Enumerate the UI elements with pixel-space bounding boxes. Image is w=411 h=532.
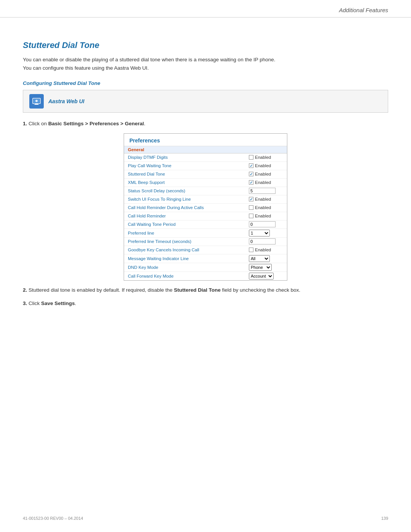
pref-label-goodbye-key: Goodbye Key Cancels Incoming Call: [128, 248, 249, 252]
pref-label-hold-reminder: Call Hold Reminder: [128, 214, 249, 218]
pref-row-display-dtmf: Display DTMF Digits Enabled: [124, 153, 287, 162]
step-3-after: .: [75, 300, 76, 306]
svg-rect-1: [35, 104, 38, 104]
step-3: 3. Click Save Settings.: [23, 299, 388, 308]
pref-label-cf-key-mode: Call Forward Key Mode: [128, 274, 249, 278]
footer-right: 139: [381, 516, 388, 521]
pref-text-goodbye-key: Enabled: [255, 248, 271, 252]
step-1: 1. Click on Basic Settings > Preferences…: [23, 120, 388, 128]
intro-paragraph: You can enable or disable the playing of…: [23, 56, 388, 72]
step-2: 2. Stuttered dial tone is enabled by def…: [23, 286, 388, 294]
pref-text-stuttered-dial-tone: Enabled: [255, 172, 271, 176]
pref-select-cf-key-mode[interactable]: Account: [249, 273, 274, 280]
pref-value-goodbye-key: Enabled: [249, 248, 283, 252]
pref-label-mwi-line: Message Waiting Indicator Line: [128, 256, 249, 261]
step-3-bold: Save Settings: [41, 300, 75, 306]
pref-value-call-waiting-period: [249, 221, 283, 227]
pref-row-stuttered-dial-tone: Stuttered Dial Tone Enabled: [124, 170, 287, 179]
aastra-banner-label: Aastra Web UI: [48, 98, 84, 104]
pref-input-call-waiting-period[interactable]: [249, 221, 276, 227]
pref-value-hold-reminder: Enabled: [249, 214, 283, 218]
pref-label-xml-beep: XML Beep Support: [128, 180, 249, 185]
pref-row-preferred-line: Preferred line 1: [124, 229, 287, 238]
aastra-web-ui-banner: Aastra Web UI: [23, 90, 388, 113]
footer-left: 41-001523-00 REV00 – 04.2014: [23, 516, 83, 521]
step-2-after: field by unchecking the check box.: [221, 287, 300, 293]
footer: 41-001523-00 REV00 – 04.2014 139: [23, 516, 388, 521]
pref-row-hold-reminder: Call Hold Reminder Enabled: [124, 212, 287, 220]
pref-select-dnd-key-mode[interactable]: Phone: [249, 264, 272, 271]
pref-label-preferred-timeout: Preferred line Timeout (seconds): [128, 239, 249, 244]
step-1-num: 1.: [23, 121, 27, 126]
pref-row-hold-reminder-active: Call Hold Reminder During Active Calls E…: [124, 204, 287, 212]
preferences-title: Preferences: [124, 134, 287, 146]
pref-value-call-waiting-tone: Enabled: [249, 163, 283, 168]
pref-select-mwi-line[interactable]: All: [249, 255, 270, 262]
step-1-bold: Basic Settings > Preferences > General: [48, 121, 144, 126]
pref-row-dnd-key-mode: DND Key Mode Phone: [124, 263, 287, 272]
section-heading: Configuring Stuttered Dial Tone: [23, 80, 388, 86]
pref-row-mwi-line: Message Waiting Indicator Line All: [124, 254, 287, 263]
pref-value-status-scroll: [249, 188, 283, 194]
pref-label-call-waiting-period: Call Waiting Tone Period: [128, 222, 249, 227]
pref-row-xml-beep: XML Beep Support Enabled: [124, 179, 287, 187]
pref-value-preferred-timeout: [249, 238, 283, 244]
header-title: Additional Features: [339, 7, 388, 13]
pref-row-goodbye-key: Goodbye Key Cancels Incoming Call Enable…: [124, 246, 287, 254]
pref-row-cf-key-mode: Call Forward Key Mode Account: [124, 272, 287, 280]
preferences-section-header: General: [124, 146, 287, 153]
pref-label-preferred-line: Preferred line: [128, 231, 249, 235]
pref-label-stuttered-dial-tone: Stuttered Dial Tone: [128, 172, 249, 176]
step-1-after: .: [144, 121, 145, 126]
step-1-text: Click on: [29, 121, 48, 126]
pref-row-status-scroll: Status Scroll Delay (seconds): [124, 187, 287, 195]
pref-label-status-scroll: Status Scroll Delay (seconds): [128, 189, 249, 193]
pref-value-xml-beep: Enabled: [249, 180, 283, 185]
pref-value-cf-key-mode: Account: [249, 273, 283, 280]
pref-value-mwi-line: All: [249, 255, 283, 262]
pref-text-switch-ui-focus: Enabled: [255, 197, 271, 201]
pref-row-preferred-timeout: Preferred line Timeout (seconds): [124, 238, 287, 246]
pref-cb-hold-reminder[interactable]: [249, 214, 253, 218]
pref-select-preferred-line[interactable]: 1: [249, 230, 270, 236]
pref-value-dnd-key-mode: Phone: [249, 264, 283, 271]
svg-point-4: [35, 100, 38, 102]
pref-text-call-waiting-tone: Enabled: [255, 163, 271, 168]
svg-rect-2: [34, 104, 39, 105]
pref-input-preferred-timeout[interactable]: [249, 238, 276, 244]
pref-text-display-dtmf: Enabled: [255, 155, 271, 160]
pref-label-dnd-key-mode: DND Key Mode: [128, 265, 249, 270]
pref-cb-display-dtmf[interactable]: [249, 155, 253, 160]
step-3-num: 3.: [23, 300, 27, 306]
intro-line1: You can enable or disable the playing of…: [23, 57, 275, 62]
pref-cb-switch-ui-focus[interactable]: [249, 197, 253, 201]
intro-line2: You can configure this feature using the…: [23, 65, 149, 71]
pref-label-display-dtmf: Display DTMF Digits: [128, 155, 249, 160]
preferences-panel: Preferences General Display DTMF Digits …: [124, 133, 287, 281]
step-3-text: Click: [29, 300, 41, 306]
pref-label-call-waiting-tone: Play Call Waiting Tone: [128, 163, 249, 168]
pref-row-switch-ui-focus: Switch UI Focus To Ringing Line Enabled: [124, 195, 287, 204]
pref-cb-goodbye-key[interactable]: [249, 248, 253, 252]
pref-value-switch-ui-focus: Enabled: [249, 197, 283, 201]
pref-value-stuttered-dial-tone: Enabled: [249, 172, 283, 176]
pref-row-call-waiting-period: Call Waiting Tone Period: [124, 220, 287, 229]
pref-label-switch-ui-focus: Switch UI Focus To Ringing Line: [128, 197, 249, 201]
step-2-text: Stuttered dial tone is enabled by defaul…: [29, 287, 174, 293]
pref-row-call-waiting-tone: Play Call Waiting Tone Enabled: [124, 162, 287, 170]
step-2-bold: Stuttered Dial Tone: [174, 287, 221, 293]
pref-text-hold-reminder: Enabled: [255, 214, 271, 218]
pref-cb-stuttered-dial-tone[interactable]: [249, 172, 253, 176]
page-title: Stuttered Dial Tone: [23, 40, 388, 50]
pref-cb-hold-reminder-active[interactable]: [249, 205, 253, 210]
pref-cb-call-waiting-tone[interactable]: [249, 163, 253, 168]
pref-input-status-scroll[interactable]: [249, 188, 276, 194]
pref-text-hold-reminder-active: Enabled: [255, 205, 271, 210]
pref-text-xml-beep: Enabled: [255, 180, 271, 185]
pref-cb-xml-beep[interactable]: [249, 180, 253, 185]
pref-value-preferred-line: 1: [249, 230, 283, 236]
pref-value-hold-reminder-active: Enabled: [249, 205, 283, 210]
step-2-num: 2.: [23, 287, 27, 293]
pref-label-hold-reminder-active: Call Hold Reminder During Active Calls: [128, 205, 249, 210]
pref-value-display-dtmf: Enabled: [249, 155, 283, 160]
